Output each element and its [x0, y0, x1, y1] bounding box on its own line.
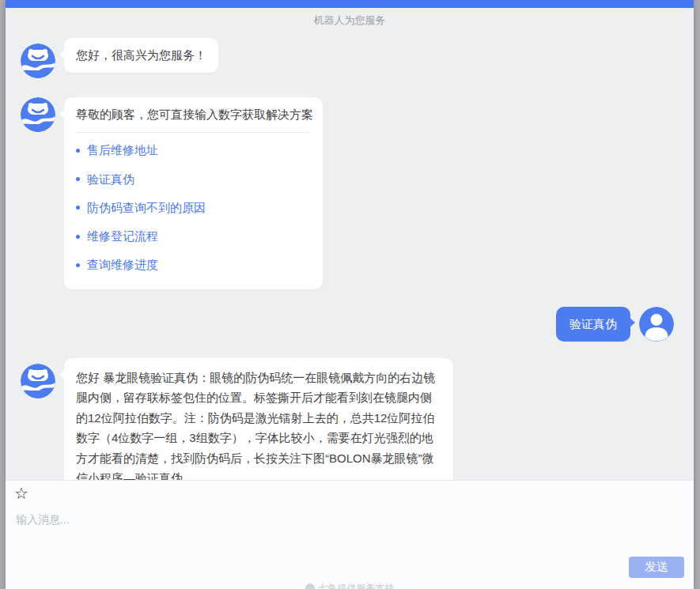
user-message-text: 验证真伪 [569, 317, 617, 330]
composer-panel: ☆ 发送 七鱼提供服务支持 [6, 480, 694, 589]
message-input[interactable] [14, 512, 674, 551]
menu-divider [76, 132, 311, 133]
top-accent-bar [6, 0, 694, 8]
menu-option-label: 维修登记流程 [87, 228, 158, 244]
bot-menu-bubble: 尊敬的顾客，您可直接输入数字获取解决方案 售后维修地址 验证真伪 防伪码查询不到… [64, 97, 323, 289]
composer-toolbar: ☆ [6, 481, 694, 502]
menu-title: 尊敬的顾客，您可直接输入数字获取解决方案 [76, 107, 311, 123]
send-button[interactable]: 发送 [629, 557, 684, 578]
user-message-row: 验证真伪 [6, 307, 674, 342]
bot-greeting-bubble: 您好，很高兴为您服务！ [64, 38, 218, 73]
powered-by-footer: 七鱼提供服务支持 [6, 582, 694, 589]
menu-option-label: 验证真伪 [87, 172, 134, 187]
user-message-bubble: 验证真伪 [556, 307, 630, 342]
bot-message-row: 您好 暴龙眼镜验证真伪：眼镜的防伪码统一在眼镜佩戴方向的右边镜腿内侧，留存联标签… [21, 358, 694, 480]
bullet-dot-icon [76, 206, 80, 210]
user-avatar-icon [639, 307, 674, 342]
robot-status-text: 机器人为您服务 [6, 13, 694, 28]
bullet-dot-icon [76, 235, 80, 239]
star-favorite-icon[interactable]: ☆ [14, 485, 28, 501]
menu-option-label: 防伪码查询不到的原因 [87, 200, 206, 216]
menu-option-label: 查询维修进度 [87, 257, 158, 273]
menu-option-verify-authenticity[interactable]: 验证真伪 [76, 165, 311, 194]
menu-option-repair-address[interactable]: 售后维修地址 [76, 136, 311, 164]
robot-avatar-icon [21, 43, 55, 78]
menu-option-label: 售后维修地址 [87, 142, 158, 158]
menu-option-code-not-found[interactable]: 防伪码查询不到的原因 [76, 194, 311, 222]
chat-widget: 机器人为您服务 您好，很高兴为您服务！ [6, 0, 694, 589]
chat-message-area[interactable]: 机器人为您服务 您好，很高兴为您服务！ [6, 8, 694, 480]
robot-avatar-icon [21, 364, 55, 398]
bot-message-row: 尊敬的顾客，您可直接输入数字获取解决方案 售后维修地址 验证真伪 防伪码查询不到… [21, 97, 694, 289]
bullet-dot-icon [76, 149, 80, 153]
answer-text: 您好 暴龙眼镜验证真伪：眼镜的防伪码统一在眼镜佩戴方向的右边镜腿内侧，留存联标签… [76, 368, 441, 480]
bot-message-row: 您好，很高兴为您服务！ [21, 38, 694, 78]
menu-option-repair-registration[interactable]: 维修登记流程 [76, 222, 311, 251]
greeting-text: 您好，很高兴为您服务！ [76, 48, 206, 62]
qiyu-logo-icon [305, 583, 315, 589]
powered-by-text: 七鱼提供服务支持 [319, 583, 395, 589]
bullet-dot-icon [76, 263, 80, 267]
bullet-dot-icon [76, 177, 80, 181]
bot-answer-bubble: 您好 暴龙眼镜验证真伪：眼镜的防伪码统一在眼镜佩戴方向的右边镜腿内侧，留存联标签… [64, 358, 453, 480]
menu-option-repair-progress[interactable]: 查询维修进度 [76, 251, 311, 279]
robot-avatar-icon [21, 97, 55, 132]
